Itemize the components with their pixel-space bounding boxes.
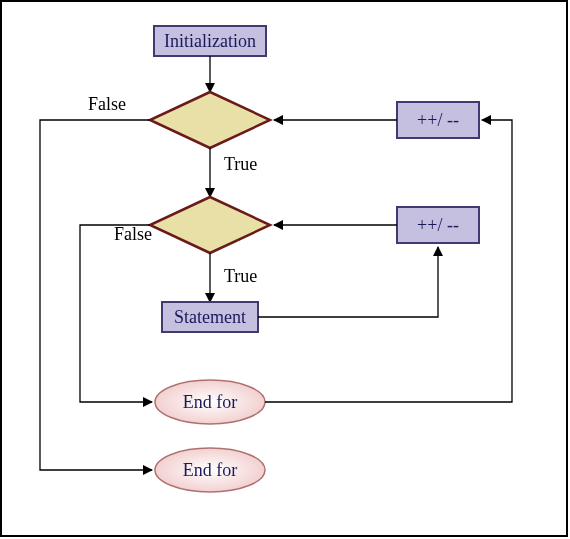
inner-increment-node: ++/ --	[397, 207, 479, 243]
end-for-inner-label: End for	[183, 392, 237, 412]
initialization-label: Initialization	[164, 31, 256, 51]
edge-statement-to-inner-inc	[258, 247, 438, 317]
inner-condition-diamond	[150, 197, 270, 253]
inner-true-label: True	[224, 266, 257, 286]
end-for-outer-node: End for	[155, 448, 265, 492]
statement-label: Statement	[174, 307, 246, 327]
outer-true-label: True	[224, 154, 257, 174]
diagram-frame: Initialization ++/ -- True False ++/ -- …	[0, 0, 568, 537]
svg-marker-1	[150, 92, 270, 148]
inner-increment-label: ++/ --	[417, 215, 459, 235]
svg-marker-3	[150, 197, 270, 253]
initialization-node: Initialization	[154, 26, 266, 56]
end-for-outer-label: End for	[183, 460, 237, 480]
edge-outer-false	[40, 120, 152, 470]
edge-inner-false	[80, 225, 152, 402]
edge-endfor-to-outer-inc	[265, 120, 512, 402]
outer-false-label: False	[88, 94, 126, 114]
statement-node: Statement	[162, 302, 258, 332]
end-for-inner-node: End for	[155, 380, 265, 424]
outer-increment-node: ++/ --	[397, 102, 479, 138]
outer-condition-diamond	[150, 92, 270, 148]
inner-false-label: False	[114, 224, 152, 244]
outer-increment-label: ++/ --	[417, 110, 459, 130]
flowchart-svg: Initialization ++/ -- True False ++/ -- …	[2, 2, 566, 535]
